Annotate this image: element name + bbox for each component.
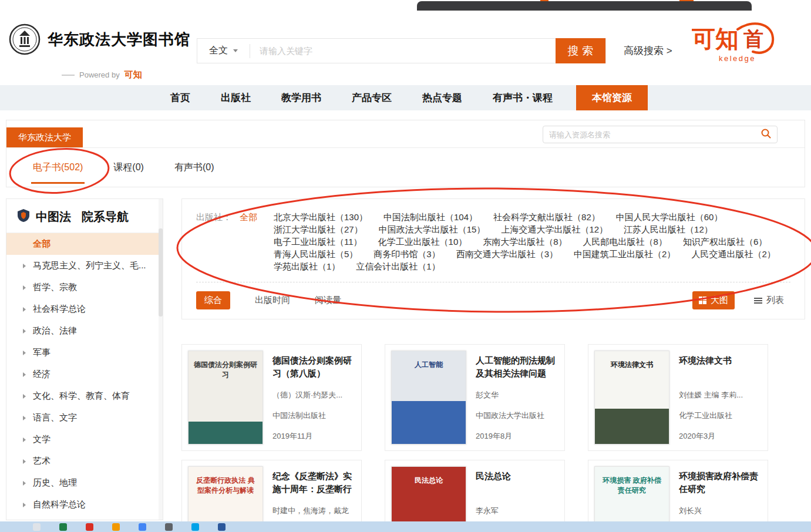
book-title: 民法总论	[476, 470, 558, 496]
publisher-filter-link[interactable]: 社会科学文献出版社（82）	[493, 211, 600, 223]
book-cover: 德国债法分则案例研习	[188, 351, 263, 445]
nav-item[interactable]: 本馆资源	[576, 85, 648, 110]
university-tab[interactable]: 华东政法大学	[6, 127, 83, 147]
book-cover: 环境法律文书	[594, 351, 669, 445]
main-search-input[interactable]	[250, 39, 556, 63]
publisher-filter-link[interactable]: 化学工业出版社（10）	[378, 235, 467, 248]
taskbar-app-icon[interactable]	[191, 523, 199, 531]
search-button[interactable]: 搜 索	[556, 38, 605, 63]
taskbar-app-icon[interactable]	[59, 523, 67, 531]
chevron-down-icon	[233, 49, 238, 52]
caret-right-icon	[23, 503, 26, 507]
category-item[interactable]: 语言、文字	[6, 407, 163, 429]
sort-row: 综合 出版时间 阅读量 大图 列表	[196, 291, 790, 309]
resource-search-input[interactable]	[549, 130, 760, 139]
publisher-filter-link[interactable]: 人民交通出版社（2）	[691, 248, 775, 260]
category-item[interactable]: 自然科学总论	[6, 494, 163, 516]
view-big-button[interactable]: 大图	[692, 291, 735, 309]
publisher-filter-link[interactable]: 立信会计出版社（1）	[356, 260, 440, 272]
advanced-search-link[interactable]: 高级搜索 >	[624, 44, 672, 58]
resource-search-box	[543, 126, 778, 143]
caret-right-icon	[23, 416, 26, 420]
book-author: （德）汉斯·约瑟夫...	[272, 390, 355, 400]
book-date: 2020年3月	[679, 431, 762, 442]
category-item-label: 自然科学总论	[33, 499, 86, 510]
book-title: 环境损害政府补偿责任研究	[679, 470, 762, 496]
book-publisher: 化学工业出版社	[679, 410, 762, 421]
taskbar-app-icon[interactable]	[165, 523, 173, 531]
nav-item[interactable]: 热点专题	[415, 85, 469, 110]
publisher-filter-link[interactable]: 学苑出版社（1）	[274, 260, 340, 272]
taskbar-app-icon[interactable]	[139, 523, 146, 531]
category-item[interactable]: 经济	[6, 363, 163, 385]
publisher-filter-link[interactable]: 浙江大学出版社（27）	[274, 223, 363, 235]
sidebar-tab-departments[interactable]: 院系导航	[82, 209, 129, 225]
category-item-label: 社会科学总论	[33, 304, 86, 315]
book-card[interactable]: 环境法律文书 环境法律文书 刘佳嫒 主编 李莉... 化学工业出版社 2020年…	[588, 344, 768, 451]
publisher-filter-all[interactable]: 全部	[240, 211, 257, 272]
publisher-filter-link[interactable]: 商务印书馆（3）	[373, 248, 440, 260]
sidebar-scrollbar[interactable]	[159, 199, 163, 520]
resource-type-tab[interactable]: 课程(0)	[113, 161, 144, 174]
book-title: 人工智能的刑法规制及其相关法律问题	[476, 354, 558, 380]
caret-right-icon	[23, 307, 26, 312]
sidebar-tab-clc[interactable]: 中图法	[36, 209, 71, 225]
search-icon[interactable]	[760, 128, 771, 141]
category-item[interactable]: 艺术	[6, 450, 163, 472]
search-scope-select[interactable]: 全文	[197, 44, 250, 58]
nav-item[interactable]: 首页	[163, 85, 197, 110]
publisher-filter-link[interactable]: 青海人民出版社（5）	[274, 248, 358, 260]
taskbar-app-icon[interactable]	[218, 523, 226, 531]
category-item[interactable]: 文化、科学、教育、体育	[6, 385, 163, 407]
primary-nav: 首页 出版社 教学用书 产品专区 热点专题 有声书・课程 本馆资源	[0, 85, 811, 110]
category-item[interactable]: 社会科学总论	[6, 298, 163, 320]
publisher-filter-link[interactable]: 西南交通大学出版社（3）	[456, 248, 558, 260]
category-item[interactable]: 哲学、宗教	[6, 277, 163, 298]
publisher-filter-link[interactable]: 中国建筑工业出版社（2）	[574, 248, 675, 260]
taskbar-app-icon[interactable]	[33, 523, 41, 531]
category-item[interactable]: 历史、地理	[6, 472, 163, 494]
nav-item[interactable]: 有声书・课程	[486, 85, 560, 110]
book-card[interactable]: 人工智能 人工智能的刑法规制及其相关法律问题 彭文华 中国政法大学出版社 201…	[385, 344, 565, 451]
keledge-logo-subtext: keledge	[719, 54, 756, 63]
sort-option[interactable]: 综合	[196, 291, 230, 309]
category-item-label: 经济	[33, 369, 51, 380]
sidebar-scrollbar-thumb[interactable]	[159, 228, 163, 316]
caret-right-icon	[23, 437, 26, 442]
book-author: 彭文华	[476, 390, 558, 400]
view-options: 大图 列表	[692, 291, 790, 309]
resource-type-tab[interactable]: 有声书(0)	[174, 161, 214, 174]
category-item[interactable]: 数理科学和化学	[6, 516, 163, 520]
category-item-label: 军事	[33, 347, 51, 358]
taskbar-app-icon[interactable]	[112, 523, 120, 531]
book-cover-title: 德国债法分则案例研习	[189, 351, 263, 380]
publisher-filter-link[interactable]: 上海交通大学出版社（12）	[501, 223, 608, 235]
book-card[interactable]: 德国债法分则案例研习 德国债法分则案例研习（第八版） （德）汉斯·约瑟夫... …	[181, 344, 362, 451]
category-item[interactable]: 政治、法律	[6, 320, 163, 342]
publisher-filter-link[interactable]: 东南大学出版社（8）	[483, 235, 567, 248]
view-list-button[interactable]: 列表	[748, 291, 790, 309]
nav-item[interactable]: 产品专区	[345, 85, 399, 110]
publisher-filter-link[interactable]: 知识产权出版社（6）	[683, 235, 767, 248]
sort-option[interactable]: 出版时间	[255, 291, 290, 309]
publisher-filter-link[interactable]: 北京大学出版社（130）	[274, 211, 368, 223]
caret-right-icon	[23, 459, 26, 464]
publisher-filter-link[interactable]: 江苏人民出版社（12）	[624, 223, 713, 235]
publisher-filter-link[interactable]: 人民邮电出版社（8）	[583, 235, 667, 248]
publisher-filter-link[interactable]: 电子工业出版社（11）	[274, 235, 362, 248]
publisher-filter-link[interactable]: 中国法制出版社（104）	[383, 211, 477, 223]
publisher-filter-link[interactable]: 中国政法大学出版社（15）	[379, 223, 486, 235]
resource-type-tab[interactable]: 电子书(502)	[33, 161, 83, 174]
nav-item[interactable]: 教学用书	[274, 85, 328, 110]
publisher-filter-link[interactable]: 中国人民大学出版社（60）	[616, 211, 723, 223]
taskbar-window-preview[interactable]	[417, 1, 752, 11]
category-item-label: 马克思主义、列宁主义、毛...	[33, 260, 146, 271]
taskbar-app-icon[interactable]	[86, 523, 93, 531]
category-item[interactable]: 全部	[6, 233, 163, 255]
category-item-label: 文化、科学、教育、体育	[33, 390, 130, 402]
sort-option[interactable]: 阅读量	[315, 291, 341, 309]
category-item[interactable]: 文学	[6, 429, 163, 450]
category-item[interactable]: 马克思主义、列宁主义、毛...	[6, 255, 163, 277]
category-item[interactable]: 军事	[6, 342, 163, 363]
nav-item[interactable]: 出版社	[214, 85, 258, 110]
